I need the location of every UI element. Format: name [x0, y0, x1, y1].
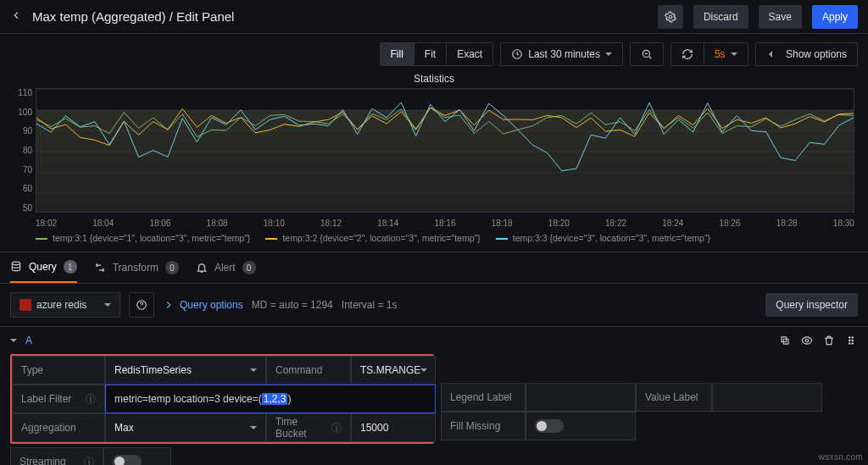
- streaming-row: Streamingi: [10, 447, 434, 465]
- query-inspector-button[interactable]: Query inspector: [765, 293, 858, 317]
- chevron-down-icon: [250, 364, 257, 376]
- query-header: A: [10, 334, 858, 347]
- refresh-icon: [682, 48, 693, 60]
- query-collapse-toggle[interactable]: [10, 335, 17, 346]
- legend-label-field: Legend Label Value Label: [441, 383, 822, 412]
- editor-header: Max temp (Aggregated) / Edit Panel Disca…: [0, 0, 868, 34]
- eye-icon: [801, 335, 813, 346]
- apply-button[interactable]: Apply: [812, 5, 858, 29]
- svg-point-13: [852, 343, 853, 344]
- datasource-help-button[interactable]: [129, 292, 154, 318]
- aggregation-select[interactable]: Max: [105, 413, 266, 442]
- editor-tabs: Query 1 Transform 0 Alert 0: [0, 252, 868, 284]
- settings-button[interactable]: [658, 5, 683, 29]
- toggle-off-icon: [535, 419, 564, 433]
- chart-title: Statistics: [14, 71, 854, 88]
- value-label-input[interactable]: [712, 383, 822, 412]
- watermark: wsxsn.com: [819, 452, 863, 462]
- refresh-interval-button[interactable]: 5s: [704, 43, 748, 65]
- query-highlight-box: Type RedisTimeSeries Command TS.MRANGE L…: [10, 354, 434, 444]
- copy-icon: [779, 335, 791, 346]
- help-icon[interactable]: i: [331, 423, 342, 433]
- query-options-toggle[interactable]: Query options: [163, 299, 243, 311]
- toggle-visibility-button[interactable]: [800, 334, 814, 347]
- tab-query[interactable]: Query 1: [10, 252, 77, 283]
- clock-icon: [511, 48, 523, 60]
- fit-mode-button[interactable]: Fit: [415, 43, 447, 65]
- gear-icon: [665, 11, 676, 23]
- type-label: Type: [12, 356, 105, 385]
- page-title: Max temp (Aggregated) / Edit Panel: [32, 9, 648, 24]
- chevron-down-icon: [104, 299, 111, 311]
- transform-icon: [94, 262, 106, 274]
- datasource-row: azure redis Query options MD = auto = 12…: [0, 284, 868, 327]
- time-range-picker[interactable]: Last 30 minutes: [500, 42, 623, 66]
- chart-area[interactable]: 1101009080706050 18:0218:0418:0618:0818:…: [14, 88, 854, 228]
- command-value[interactable]: TS.MRANGE: [351, 356, 436, 385]
- time-range-label: Last 30 minutes: [528, 48, 600, 60]
- chart-plot: [36, 88, 854, 213]
- svg-point-11: [852, 340, 853, 340]
- discard-button[interactable]: Discard: [693, 5, 748, 29]
- refresh-segment: 5s: [670, 42, 748, 66]
- exact-mode-button[interactable]: Exact: [447, 43, 492, 65]
- svg-point-10: [849, 340, 850, 340]
- chart-panel: Statistics 1101009080706050 18:0218:0418…: [0, 71, 868, 252]
- query-options-interval: Interval = 1s: [342, 299, 398, 311]
- bell-icon: [196, 262, 208, 274]
- trash-icon: [823, 335, 835, 346]
- duplicate-query-button[interactable]: [778, 334, 792, 347]
- chart-x-axis: 18:0218:0418:0618:0818:1018:1218:1418:16…: [36, 219, 854, 228]
- chevron-down-icon: [420, 364, 427, 376]
- alert-count-badge: 0: [242, 261, 256, 274]
- chart-y-axis: 1101009080706050: [12, 88, 32, 213]
- svg-point-12: [849, 343, 850, 344]
- label-filter-label: Label Filteri: [12, 385, 105, 413]
- streaming-toggle[interactable]: [103, 447, 171, 465]
- panel-toolbar: Fill Fit Exact Last 30 minutes 5s Show o…: [0, 34, 868, 71]
- time-bucket-input[interactable]: 15000: [351, 413, 436, 442]
- chevron-right-icon: [163, 299, 175, 311]
- arrow-left-icon: [10, 9, 22, 21]
- drag-handle[interactable]: [844, 334, 858, 347]
- label-filter-input[interactable]: metric=temp location=3 device=(1,2,3): [105, 385, 436, 413]
- show-options-button[interactable]: Show options: [755, 42, 858, 66]
- datasource-select[interactable]: azure redis: [10, 292, 120, 318]
- zoom-out-button[interactable]: [630, 42, 664, 66]
- question-icon: [136, 299, 147, 311]
- chevron-down-icon: [731, 48, 737, 60]
- fit-mode-segment: Fill Fit Exact: [380, 42, 494, 66]
- grip-icon: [845, 335, 857, 346]
- database-icon: [10, 261, 22, 273]
- chevron-left-icon: [766, 48, 773, 60]
- query-name[interactable]: A: [25, 335, 32, 346]
- tab-alert[interactable]: Alert 0: [196, 252, 256, 283]
- svg-point-9: [852, 337, 853, 338]
- fill-missing-toggle[interactable]: [526, 412, 636, 440]
- tab-transform[interactable]: Transform 0: [94, 252, 179, 283]
- fill-missing-field: Fill Missing: [441, 412, 636, 440]
- legend-label-input[interactable]: [526, 383, 636, 412]
- help-icon[interactable]: i: [84, 457, 94, 465]
- save-button[interactable]: Save: [759, 5, 802, 29]
- query-options-md: MD = auto = 1294: [252, 299, 333, 311]
- svg-point-7: [805, 339, 809, 342]
- zoom-out-icon: [641, 48, 653, 60]
- legend-item[interactable]: temp:3:1 {device="1", location="3", metr…: [36, 233, 250, 243]
- redis-logo-icon: [19, 299, 31, 311]
- type-select[interactable]: RedisTimeSeries: [105, 356, 266, 385]
- legend-item[interactable]: temp:3:3 {device="3", location="3", metr…: [496, 233, 710, 243]
- svg-point-0: [669, 15, 672, 19]
- back-button[interactable]: [10, 9, 22, 24]
- chevron-down-icon: [250, 422, 257, 434]
- time-bucket-label: Time Bucketi: [266, 413, 351, 442]
- help-icon[interactable]: i: [86, 394, 96, 404]
- fill-mode-button[interactable]: Fill: [381, 43, 415, 65]
- delete-query-button[interactable]: [822, 334, 836, 347]
- command-label: Command: [266, 356, 351, 385]
- svg-point-8: [849, 337, 850, 338]
- chevron-down-icon: [605, 48, 612, 60]
- refresh-button[interactable]: [671, 43, 704, 65]
- legend-item[interactable]: temp:3:2 {device="2", location="3", metr…: [265, 233, 480, 243]
- query-editor: A Type RedisTimeSeries Command TS.MRANGE…: [0, 327, 868, 465]
